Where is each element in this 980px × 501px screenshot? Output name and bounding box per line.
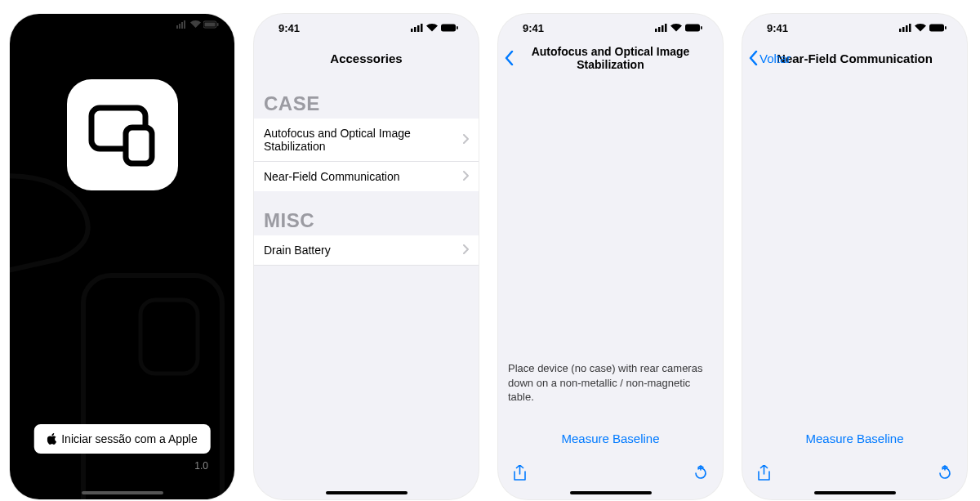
measure-baseline-button[interactable]: Measure Baseline <box>498 432 723 445</box>
svg-rect-18 <box>658 27 661 32</box>
sign-in-apple-button[interactable]: Iniciar sessão com a Apple <box>33 424 211 454</box>
nav-bar: Autofocus and Optical Image Stabilizatio… <box>498 42 723 74</box>
status-bar: 9:41 <box>498 14 723 42</box>
home-indicator <box>570 491 652 494</box>
status-icons <box>899 24 947 32</box>
nav-bar: Voltar Near-Field Communication <box>742 42 967 74</box>
version-label: 1.0 <box>194 460 208 472</box>
nav-title: Accessories <box>330 51 402 65</box>
svg-rect-12 <box>414 27 416 32</box>
chevron-left-icon <box>505 51 514 65</box>
battery-icon <box>685 24 703 32</box>
svg-rect-22 <box>701 26 702 29</box>
svg-rect-11 <box>411 29 413 32</box>
screen-accessories: 9:41 Accessories CASE Autofocus and Opti… <box>254 14 479 499</box>
battery-icon <box>441 24 459 32</box>
row-autofocus-ois[interactable]: Autofocus and Optical Image Stabilizatio… <box>254 119 479 162</box>
row-label: Near-Field Communication <box>264 170 400 183</box>
wifi-icon <box>426 24 438 32</box>
section-misc-header: MISC <box>254 191 479 235</box>
chevron-right-icon <box>463 244 469 257</box>
case-list: Autofocus and Optical Image Stabilizatio… <box>254 119 479 191</box>
svg-rect-20 <box>665 24 667 32</box>
svg-rect-15 <box>441 25 456 32</box>
status-time: 9:41 <box>523 22 544 34</box>
sign-in-label: Iniciar sessão com a Apple <box>61 432 198 445</box>
bottom-toolbar <box>742 465 967 485</box>
svg-rect-19 <box>662 25 664 32</box>
status-icons <box>655 24 703 32</box>
status-time: 9:41 <box>278 22 300 34</box>
screen-autofocus-ois: 9:41 Autofocus and Optical Image Stabili… <box>498 14 723 499</box>
svg-rect-8 <box>140 300 198 374</box>
svg-rect-17 <box>655 29 657 32</box>
row-nfc[interactable]: Near-Field Communication <box>254 162 479 191</box>
svg-rect-28 <box>945 26 947 29</box>
chevron-right-icon <box>463 170 469 183</box>
row-label: Drain Battery <box>264 244 331 257</box>
section-case-header: CASE <box>254 74 479 119</box>
back-button[interactable] <box>505 51 514 65</box>
measure-baseline-button[interactable]: Measure Baseline <box>742 432 967 445</box>
restart-up-icon[interactable] <box>938 465 952 485</box>
home-indicator <box>326 491 408 494</box>
battery-icon <box>929 24 947 32</box>
nav-title: Autofocus and Optical Image Stabilizatio… <box>529 45 693 71</box>
nav-title: Near-Field Communication <box>777 51 933 65</box>
row-label: Autofocus and Optical Image Stabilizatio… <box>264 127 463 153</box>
row-drain-battery[interactable]: Drain Battery <box>254 235 479 266</box>
svg-rect-14 <box>421 24 423 32</box>
chevron-left-icon <box>749 51 758 65</box>
chevron-right-icon <box>463 133 469 146</box>
status-bar: 9:41 <box>254 14 479 42</box>
screen-nfc: 9:41 Voltar Near-Field Communication Mea… <box>742 14 967 499</box>
status-icons <box>411 24 459 32</box>
svg-rect-16 <box>457 26 458 29</box>
svg-rect-23 <box>899 29 902 32</box>
bottom-toolbar <box>498 465 723 485</box>
wifi-icon <box>670 24 682 32</box>
status-time: 9:41 <box>767 22 788 34</box>
back-label: Voltar <box>760 51 791 65</box>
home-indicator <box>82 491 163 494</box>
svg-rect-13 <box>417 25 420 32</box>
status-bar: 9:41 <box>742 14 967 42</box>
app-icon <box>67 79 178 190</box>
screen-signin: Iniciar sessão com a Apple 1.0 <box>10 14 234 499</box>
signal-icon <box>655 24 667 32</box>
back-button[interactable]: Voltar <box>749 51 791 65</box>
svg-rect-10 <box>126 127 152 163</box>
svg-rect-24 <box>902 27 905 32</box>
svg-rect-26 <box>909 24 911 32</box>
home-indicator <box>814 491 896 494</box>
wifi-icon <box>915 24 926 32</box>
svg-rect-21 <box>685 25 700 32</box>
signal-icon <box>411 24 423 32</box>
share-icon[interactable] <box>513 465 527 485</box>
signal-icon <box>899 24 911 32</box>
instruction-text: Place device (no case) with rear cameras… <box>508 361 713 405</box>
svg-rect-25 <box>906 25 908 32</box>
apple-logo-icon <box>47 433 56 445</box>
svg-rect-27 <box>929 25 944 32</box>
misc-list: Drain Battery <box>254 235 479 266</box>
share-icon[interactable] <box>757 465 771 485</box>
nav-bar: Accessories <box>254 42 479 74</box>
restart-up-icon[interactable] <box>693 465 708 485</box>
